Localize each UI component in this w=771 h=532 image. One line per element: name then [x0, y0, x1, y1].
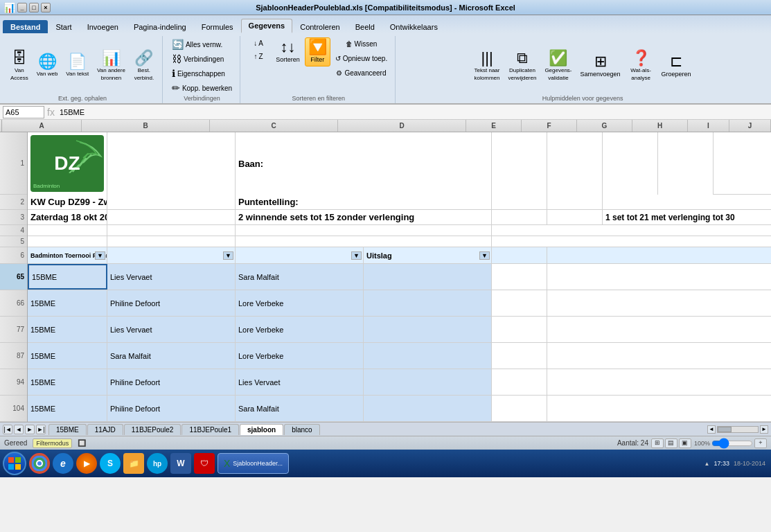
- tab-pagina[interactable]: Pagina-indeling: [126, 20, 194, 33]
- tab-bestand[interactable]: Bestand: [3, 20, 48, 33]
- sheet-tab-sjabloon[interactable]: sjabloon: [240, 424, 283, 435]
- scroll-left-btn[interactable]: ◄: [707, 425, 716, 434]
- cell-87a[interactable]: 15BME: [28, 343, 107, 369]
- scroll-track[interactable]: [717, 426, 759, 433]
- btn-andere[interactable]: 📊 Van anderebronnen: [94, 48, 129, 84]
- cell-66a[interactable]: 15BME: [28, 290, 107, 316]
- btn-validatie[interactable]: ✅ Gegevens-validatie: [541, 48, 575, 84]
- btn-wissen[interactable]: 🗑 Wissen: [332, 37, 391, 51]
- btn-bestaande[interactable]: 🔗 Best.verbind.: [130, 48, 158, 84]
- tab-nav-first[interactable]: |◄: [3, 425, 12, 434]
- hp-taskbar-icon[interactable]: hp: [147, 453, 168, 474]
- minimize-btn[interactable]: _: [17, 3, 27, 12]
- cell-77a[interactable]: 15BME: [28, 317, 107, 342]
- tab-ontwikkelaars[interactable]: Ontwikkelaars: [382, 20, 445, 33]
- skype-taskbar-icon[interactable]: S: [100, 453, 121, 474]
- cell-66c[interactable]: Lore Verbeke: [236, 290, 364, 316]
- btn-alles-vernieuwen[interactable]: 🔄 Alles vernw.: [168, 37, 226, 51]
- tab-nav-prev[interactable]: ◄: [14, 425, 24, 434]
- btn-tekst-kolommen[interactable]: ||| Tekst naarkolommen: [471, 48, 504, 84]
- cell-66b[interactable]: Philine Defoort: [107, 290, 236, 316]
- btn-samenvoegen[interactable]: ⊞ Samenvoegen: [577, 52, 624, 81]
- cell-77b[interactable]: Lies Vervaet: [107, 317, 236, 342]
- cell-1h: [658, 132, 714, 195]
- row-5: [28, 236, 771, 247]
- tab-start[interactable]: Start: [48, 20, 79, 33]
- ribbon-tab-bar: Bestand Start Invoegen Pagina-indeling F…: [0, 15, 771, 33]
- excel-taskbar-item[interactable]: X SjabloonHeader...: [218, 453, 289, 474]
- cell-87b[interactable]: Sara Malfait: [107, 343, 236, 369]
- tab-nav-next[interactable]: ►: [25, 425, 35, 434]
- tab-invoegen[interactable]: Invoegen: [80, 20, 126, 33]
- sheet-tab-11bjepoule2[interactable]: 11BJEPoule2: [124, 424, 181, 435]
- ie-taskbar-icon[interactable]: e: [53, 453, 73, 474]
- cell-94a[interactable]: 15BME: [28, 369, 107, 395]
- cell-65a[interactable]: 15BME: [28, 264, 107, 290]
- start-button[interactable]: [3, 452, 26, 475]
- scroll-thumb[interactable]: [718, 427, 732, 432]
- row-num-94: 94: [0, 369, 27, 396]
- btn-duplicaten[interactable]: ⧉ Duplicatenverwijderen: [504, 48, 540, 84]
- formula-input[interactable]: [57, 106, 768, 118]
- restore-btn[interactable]: □: [29, 3, 39, 12]
- btn-geavanceerd[interactable]: ⚙ Geavanceerd: [332, 66, 391, 80]
- filter-dropdown-a[interactable]: ▼: [95, 251, 105, 260]
- page-break-btn[interactable]: ▣: [679, 438, 691, 448]
- btn-watals[interactable]: ❓ Wat-als-analyse: [626, 48, 657, 84]
- cell-94e: [492, 369, 547, 395]
- scroll-right-btn[interactable]: ►: [760, 425, 768, 434]
- name-box[interactable]: [3, 106, 44, 118]
- files-taskbar-icon[interactable]: 📁: [123, 453, 144, 474]
- cell-77c[interactable]: Lore Verbeke: [236, 317, 364, 342]
- btn-groeperen[interactable]: ⊏ Groeperen: [658, 52, 695, 81]
- col-header-h: H: [632, 120, 688, 132]
- group-ext-geg: 🗄 VanAccess 🌐 Van web 📄 Van tekst 📊 Van …: [3, 36, 163, 103]
- zoom-slider[interactable]: [711, 440, 753, 447]
- filter-dropdown-c[interactable]: ▼: [351, 251, 362, 260]
- cell-94c[interactable]: Lies Vervaet: [236, 369, 364, 395]
- security-taskbar-icon[interactable]: 🛡: [194, 453, 215, 474]
- btn-verbindingen[interactable]: ⛓ Verbindingen: [168, 52, 227, 66]
- filter-dropdown-d[interactable]: ▼: [479, 251, 490, 260]
- tab-controleren[interactable]: Controleren: [292, 20, 347, 33]
- sheet-tab-blanco[interactable]: blanco: [284, 424, 319, 435]
- filter-dropdown-b[interactable]: ▼: [223, 251, 233, 260]
- btn-eigenschappen[interactable]: ℹ Eigenschappen: [168, 66, 229, 80]
- btn-sort-az[interactable]: ↓A: [246, 37, 271, 49]
- word-taskbar-icon[interactable]: W: [170, 453, 191, 474]
- btn-opnieuw[interactable]: ↺ Opnieuw toep.: [332, 52, 391, 65]
- btn-kopp-bewerken[interactable]: ✏ Kopp. bewerken: [168, 81, 236, 95]
- cell-65c[interactable]: Sara Malfait: [236, 264, 364, 290]
- row-6: Badminton Toernooi Planner - www.toernoo…: [28, 247, 771, 264]
- media-taskbar-icon[interactable]: ▶: [76, 453, 97, 474]
- tab-gegevens[interactable]: Gegevens: [241, 19, 293, 33]
- page-layout-btn[interactable]: ▤: [665, 438, 677, 448]
- chrome-taskbar-icon[interactable]: [29, 453, 50, 474]
- zoom-in-btn[interactable]: +: [754, 438, 767, 448]
- tab-formules[interactable]: Formules: [194, 20, 241, 33]
- cell-104b[interactable]: Philine Defoort: [107, 396, 236, 421]
- normal-view-btn[interactable]: ⊞: [651, 438, 664, 448]
- col-header-e: E: [466, 120, 522, 132]
- btn-tekst[interactable]: 📄 Van tekst: [62, 52, 92, 80]
- cell-94b[interactable]: Philine Defoort: [107, 369, 236, 395]
- cell-104c[interactable]: Sara Malfait: [236, 396, 364, 421]
- btn-filter[interactable]: 🔽 Filter: [305, 37, 330, 66]
- row-logo: DZ Badminton Baan:: [28, 132, 771, 195]
- btn-sorteren[interactable]: ↕↓ Sorteren: [272, 37, 303, 66]
- close-btn[interactable]: ×: [41, 3, 51, 12]
- row-num-65: 65: [0, 264, 27, 290]
- sheet-tab-11ajd[interactable]: 11AJD: [87, 424, 123, 435]
- cell-5b: [107, 236, 236, 247]
- sheet-tab-11bjepoule1[interactable]: 11BJEPoule1: [181, 424, 239, 435]
- btn-access[interactable]: 🗄 VanAccess: [7, 48, 32, 84]
- tab-beeld[interactable]: Beeld: [348, 20, 382, 33]
- row-num-77: 77: [0, 317, 27, 343]
- cell-87c[interactable]: Lore Verbeke: [236, 343, 364, 369]
- btn-web[interactable]: 🌐 Van web: [33, 52, 62, 80]
- btn-sort-za[interactable]: ↑Z: [246, 51, 271, 62]
- tab-nav-last[interactable]: ►|: [36, 425, 46, 434]
- sheet-tab-15bme[interactable]: 15BME: [48, 424, 87, 435]
- cell-65b[interactable]: Lies Vervaet: [107, 264, 236, 290]
- cell-104a[interactable]: 15BME: [28, 396, 107, 421]
